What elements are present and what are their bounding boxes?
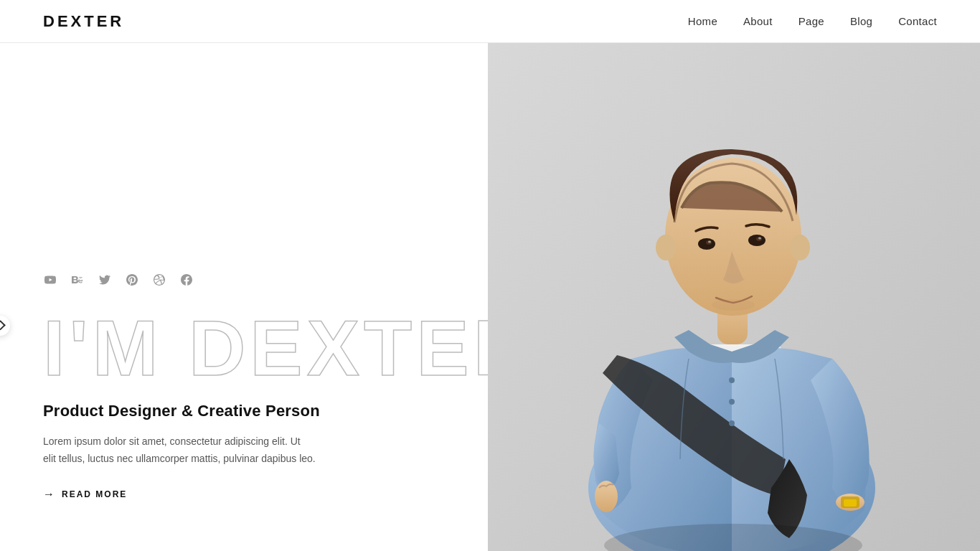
behance-icon[interactable] — [70, 273, 85, 287]
youtube-icon[interactable] — [43, 273, 57, 287]
read-more-arrow-icon: → — [43, 488, 56, 501]
svg-point-9 — [656, 235, 676, 260]
pinterest-icon[interactable] — [125, 273, 139, 287]
svg-point-11 — [698, 238, 715, 250]
hero-left-panel: I'M DEXTER Product Designer & Creative P… — [0, 43, 488, 551]
svg-point-6 — [595, 481, 618, 512]
svg-point-19 — [729, 399, 735, 405]
hero-outline-heading: I'M DEXTER — [43, 309, 445, 387]
nav-item-contact[interactable]: Contact — [898, 15, 937, 27]
svg-point-18 — [729, 377, 735, 383]
svg-rect-5 — [844, 499, 857, 507]
svg-point-14 — [748, 235, 765, 246]
svg-point-16 — [758, 237, 761, 240]
main-layout: I'M DEXTER Product Designer & Creative P… — [0, 43, 980, 551]
social-icons-group — [43, 273, 445, 287]
nav-item-home[interactable]: Home — [688, 15, 717, 27]
svg-point-20 — [729, 420, 735, 426]
hero-description: Lorem ipsum dolor sit amet, consectetur … — [43, 433, 316, 468]
nav-item-blog[interactable]: Blog — [850, 15, 872, 27]
read-more-link[interactable]: → READ MORE — [43, 488, 445, 501]
svg-point-17 — [712, 299, 755, 311]
hero-subtitle: Product Designer & Creative Person — [43, 402, 445, 420]
person-illustration — [488, 43, 980, 551]
hero-photo-panel — [488, 43, 980, 551]
svg-point-10 — [790, 235, 810, 260]
dribbble-icon[interactable] — [152, 273, 166, 287]
facebook-icon[interactable] — [179, 273, 194, 287]
main-nav: Home About Page Blog Contact — [688, 15, 937, 27]
site-header: DEXTER Home About Page Blog Contact — [0, 0, 980, 43]
svg-point-13 — [708, 241, 711, 243]
twitter-icon[interactable] — [98, 273, 112, 287]
hero-person-photo — [488, 43, 980, 551]
svg-point-8 — [665, 158, 801, 316]
scroll-indicator[interactable] — [0, 316, 10, 336]
site-logo[interactable]: DEXTER — [43, 12, 124, 31]
nav-item-about[interactable]: About — [743, 15, 773, 27]
nav-item-page[interactable]: Page — [798, 15, 824, 27]
read-more-label: READ MORE — [62, 489, 127, 499]
